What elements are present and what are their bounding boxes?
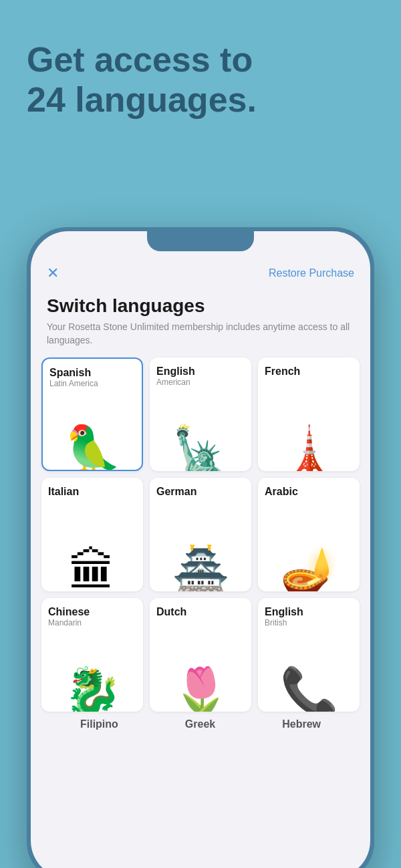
hero-section: Get access to 24 languages. — [0, 0, 401, 140]
lang-name-spanish-la: Spanish — [49, 367, 135, 379]
lang-name-german: German — [156, 486, 245, 498]
lang-variant-chinese: Mandarin — [48, 618, 136, 627]
lang-variant-english-us: American — [156, 378, 245, 387]
lang-name-french: French — [265, 366, 353, 378]
bottom-hint-row: FilipinoGreekHebrew — [31, 712, 370, 730]
lang-variant-spanish-la: Latin America — [49, 379, 135, 388]
top-bar: ✕ Restore Purchase — [31, 258, 370, 289]
lang-icon-italian: 🏛 — [69, 548, 116, 591]
switch-languages-subtitle: Your Rosetta Stone Unlimited membership … — [31, 321, 370, 357]
lang-card-english-us[interactable]: EnglishAmerican🗽 — [150, 357, 251, 471]
phone-inner: ✕ Restore Purchase Switch languages Your… — [31, 231, 370, 868]
lang-name-italian: Italian — [48, 486, 136, 498]
lang-name-english-us: English — [156, 366, 245, 378]
lang-card-italian[interactable]: Italian🏛 — [41, 478, 143, 591]
lang-variant-english-gb: British — [265, 618, 353, 627]
phone-notch — [147, 231, 254, 251]
lang-card-chinese[interactable]: ChineseMandarin🐉 — [41, 598, 143, 712]
lang-icon-german: 🏯 — [172, 548, 230, 591]
lang-icon-english-us: 🗽 — [172, 428, 230, 471]
restore-purchase-button[interactable]: Restore Purchase — [269, 267, 354, 279]
lang-card-french[interactable]: French🗼 — [258, 357, 360, 471]
lang-name-dutch: Dutch — [156, 606, 245, 618]
lang-icon-chinese: 🐉 — [63, 668, 122, 712]
lang-card-spanish-la[interactable]: SpanishLatin America🦜 — [41, 357, 143, 471]
phone-content: ✕ Restore Purchase Switch languages Your… — [31, 231, 370, 868]
lang-name-english-gb: English — [265, 606, 353, 618]
lang-name-arabic: Arabic — [265, 486, 353, 498]
phone-wrapper: ✕ Restore Purchase Switch languages Your… — [27, 227, 374, 868]
lang-name-chinese: Chinese — [48, 606, 136, 618]
hero-title: Get access to 24 languages. — [27, 40, 374, 120]
lang-card-arabic[interactable]: Arabic🪔 — [258, 478, 360, 591]
lang-card-german[interactable]: German🏯 — [150, 478, 251, 591]
lang-card-dutch[interactable]: Dutch🌷 — [150, 598, 251, 712]
close-button[interactable]: ✕ — [47, 265, 59, 282]
switch-languages-title: Switch languages — [31, 289, 370, 321]
bottom-hint-greek: Greek — [185, 718, 215, 730]
lang-icon-english-gb: 📞 — [280, 668, 338, 712]
lang-icon-arabic: 🪔 — [280, 548, 338, 591]
bottom-hint-hebrew: Hebrew — [282, 718, 321, 730]
lang-icon-dutch: 🌷 — [172, 668, 230, 712]
bottom-hint-filipino: Filipino — [80, 718, 118, 730]
lang-icon-french: 🗼 — [280, 428, 338, 471]
lang-icon-spanish-la: 🦜 — [63, 426, 122, 470]
phone-frame: ✕ Restore Purchase Switch languages Your… — [27, 227, 374, 868]
language-grid: SpanishLatin America🦜EnglishAmerican🗽Fre… — [31, 357, 370, 712]
lang-card-english-gb[interactable]: EnglishBritish📞 — [258, 598, 360, 712]
